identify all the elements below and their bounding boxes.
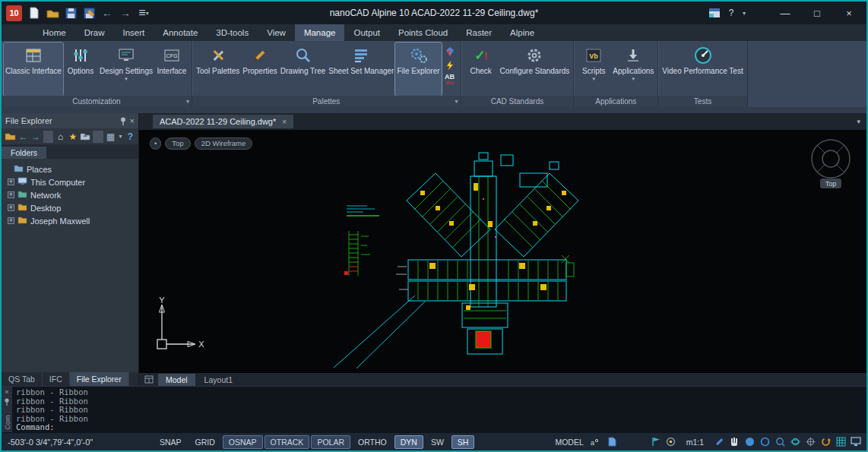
- favorites-star-icon[interactable]: ★: [68, 131, 78, 143]
- configure-standards-button[interactable]: Configure Standards: [499, 43, 572, 96]
- tab-draw[interactable]: Draw: [75, 24, 114, 41]
- document-close-icon[interactable]: ×: [282, 118, 287, 126]
- toggle-sh[interactable]: SH: [451, 435, 475, 449]
- quick-select-lightning-icon[interactable]: [443, 59, 457, 71]
- toggle-otrack[interactable]: OTRACK: [265, 435, 310, 449]
- interface-scheme-button[interactable]: [705, 4, 724, 22]
- paper-icon[interactable]: [607, 436, 619, 448]
- panel-close-icon[interactable]: ×: [130, 116, 135, 125]
- tree-item-joseph-maxwell[interactable]: + Joseph Maxwell: [3, 214, 137, 227]
- tool-palettes-button[interactable]: Tool Palettes: [195, 43, 241, 96]
- tab-model[interactable]: Model: [158, 374, 195, 386]
- dialog-launcher-icon[interactable]: ▾: [455, 96, 458, 107]
- orbit-icon[interactable]: [789, 436, 801, 448]
- toggle-sw[interactable]: SW: [425, 435, 450, 449]
- viewport-menu-button[interactable]: •: [150, 137, 161, 150]
- expand-icon[interactable]: +: [8, 217, 14, 224]
- toggle-grid[interactable]: GRID: [189, 435, 221, 449]
- layout-grid-icon[interactable]: [143, 374, 155, 386]
- zoom-realtime-icon[interactable]: [743, 436, 756, 448]
- minimize-button[interactable]: —: [769, 2, 801, 24]
- toggle-polar[interactable]: POLAR: [311, 435, 350, 449]
- tab-view[interactable]: View: [258, 24, 295, 41]
- command-history[interactable]: ribbon - Ribbon ribbon - Ribbon ribbon -…: [12, 387, 866, 435]
- save-as-button[interactable]: [80, 4, 98, 22]
- new-file-button[interactable]: [25, 4, 43, 22]
- locator-icon[interactable]: [804, 436, 816, 448]
- video-performance-test-button[interactable]: Video Performance Test: [661, 43, 744, 96]
- tab-3d-tools[interactable]: 3D-tools: [207, 24, 258, 41]
- view-grid-icon[interactable]: ▦: [106, 131, 116, 143]
- expand-icon[interactable]: +: [8, 191, 14, 198]
- tab-layout1[interactable]: Layout1: [197, 374, 240, 386]
- visual-style-button[interactable]: 2D Wireframe: [195, 137, 253, 150]
- open-file-button[interactable]: [43, 4, 62, 22]
- undo-button[interactable]: ←: [98, 4, 116, 22]
- model-space-label[interactable]: MODEL: [555, 438, 583, 447]
- forward-icon[interactable]: →: [30, 131, 40, 143]
- tab-output[interactable]: Output: [344, 24, 389, 41]
- text-tools-ab-icon[interactable]: ABabc: [443, 73, 457, 85]
- scale-indicator[interactable]: m1:1: [686, 438, 704, 447]
- applications-button[interactable]: Applications ▼: [611, 43, 655, 96]
- zoom-window-icon[interactable]: [759, 436, 771, 448]
- redo-button[interactable]: →: [116, 4, 135, 22]
- view-cube[interactable]: Top: [806, 136, 856, 195]
- tab-raster[interactable]: Raster: [457, 24, 501, 41]
- expand-icon[interactable]: +: [8, 204, 14, 211]
- drawing-viewport[interactable]: • Top 2D Wireframe Top Y X: [139, 130, 866, 373]
- command-prompt[interactable]: Command:: [16, 423, 863, 432]
- pin-icon[interactable]: [4, 398, 10, 406]
- home-icon[interactable]: ⌂: [55, 131, 65, 143]
- tree-item-desktop[interactable]: + Desktop: [3, 201, 137, 214]
- dialog-launcher-icon[interactable]: ▾: [186, 96, 189, 107]
- toggle-osnap[interactable]: OSNAP: [223, 435, 263, 449]
- annotation-scale-icon[interactable]: a: [588, 436, 600, 448]
- expand-icon[interactable]: +: [8, 179, 14, 185]
- document-tab[interactable]: ACAD-2022 11-29 Ceiling.dwg* ×: [153, 115, 293, 128]
- command-window[interactable]: × Com ribbon - Ribbon ribbon - Ribbon ri…: [2, 386, 866, 435]
- pan-hand-icon[interactable]: [728, 436, 740, 448]
- tree-item-network[interactable]: + Network: [3, 188, 137, 201]
- refresh-icon[interactable]: [819, 436, 832, 448]
- tab-annotate[interactable]: Annotate: [154, 24, 207, 41]
- isolate-objects-icon[interactable]: [665, 436, 677, 448]
- tab-manage[interactable]: Manage: [295, 24, 345, 41]
- properties-button[interactable]: Properties: [241, 43, 279, 96]
- scripts-button[interactable]: Vb Scripts ▼: [576, 43, 611, 96]
- tab-insert[interactable]: Insert: [114, 24, 154, 41]
- save-button[interactable]: [62, 4, 80, 22]
- help-dropdown[interactable]: ▾: [739, 4, 749, 22]
- document-list-dropdown-icon[interactable]: ▾: [857, 118, 860, 125]
- sheet-set-manager-button[interactable]: Sheet Set Manager: [327, 43, 395, 96]
- pin-icon[interactable]: [119, 117, 127, 125]
- grid-display-icon[interactable]: [835, 436, 847, 448]
- toggle-snap[interactable]: SNAP: [154, 435, 188, 449]
- folders-tab[interactable]: Folders: [2, 147, 46, 159]
- qat-customize-button[interactable]: ≡▾: [135, 4, 153, 22]
- toggle-dyn[interactable]: DYN: [394, 435, 423, 449]
- folder-up-icon[interactable]: [80, 131, 90, 143]
- drawing-tree-button[interactable]: Drawing Tree: [279, 43, 327, 96]
- palette-gem-icon[interactable]: [443, 46, 457, 58]
- back-icon[interactable]: ←: [18, 131, 28, 143]
- close-button[interactable]: ×: [833, 2, 865, 24]
- tab-points-cloud[interactable]: Points Cloud: [389, 24, 457, 41]
- tab-ifc[interactable]: IFC: [43, 372, 70, 386]
- chevron-down-icon[interactable]: ▾: [118, 131, 123, 143]
- file-explorer-button[interactable]: File Explorer: [395, 43, 441, 96]
- tab-alpine[interactable]: Alpine: [501, 24, 543, 41]
- design-settings-button[interactable]: Design Settings ▼: [98, 43, 154, 96]
- help-icon[interactable]: ?: [125, 131, 135, 143]
- open-folder-icon[interactable]: [5, 131, 16, 143]
- tab-file-explorer[interactable]: File Explorer: [70, 372, 129, 386]
- classic-interface-button[interactable]: Classic Interface: [4, 43, 63, 96]
- view-control-button[interactable]: Top: [165, 137, 190, 150]
- command-close-icon[interactable]: ×: [5, 388, 8, 396]
- tab-home[interactable]: Home: [33, 24, 75, 41]
- pencil-icon[interactable]: [713, 436, 725, 448]
- options-button[interactable]: Options: [63, 43, 98, 96]
- help-button[interactable]: ?: [724, 8, 739, 18]
- toggle-ortho[interactable]: ORTHO: [352, 435, 393, 449]
- visual-style-flag-icon[interactable]: [650, 436, 662, 448]
